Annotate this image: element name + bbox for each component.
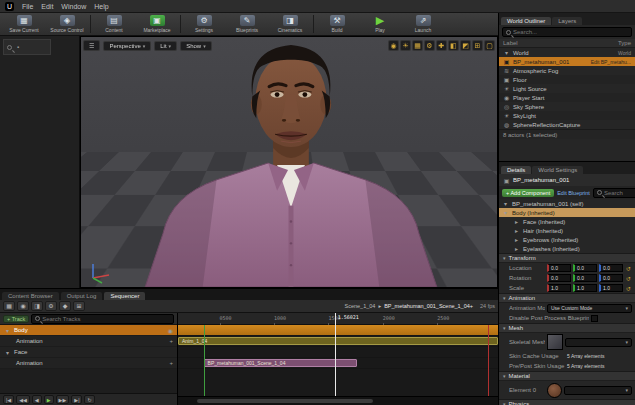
plus-icon[interactable]: + <box>169 338 173 344</box>
rotation-z-field[interactable]: 0.0 <box>599 274 623 282</box>
sun-icon[interactable]: ☀ <box>400 40 411 51</box>
outliner-row-sky-sphere[interactable]: ◎Sky Sphere <box>499 102 635 111</box>
maximize-icon[interactable]: ▢ <box>484 40 495 51</box>
reset-icon[interactable]: ↺ <box>625 275 632 282</box>
edit-blueprint-button[interactable]: Edit Blueprint <box>557 190 590 196</box>
location-y-field[interactable]: 0.0 <box>573 264 597 272</box>
modes-mini-panel[interactable]: ▪ <box>3 39 51 55</box>
gear-icon[interactable]: ⚙ <box>424 40 435 51</box>
render-movie-icon[interactable]: ◨ <box>31 301 43 311</box>
keyframe-icon[interactable]: ◆ <box>59 301 71 311</box>
outliner-row-skylight[interactable]: ☀SkyLight <box>499 111 635 120</box>
timeline-row-face[interactable] <box>178 347 498 358</box>
menu-help[interactable]: Help <box>94 3 108 10</box>
material-dropdown[interactable]: ▾ <box>564 386 632 395</box>
rotate-snap-icon[interactable]: ◧ <box>448 40 459 51</box>
post-process-checkbox[interactable] <box>591 315 598 322</box>
outliner-row-player-start[interactable]: ◉Player Start <box>499 93 635 102</box>
grid-icon[interactable]: ▦ <box>412 40 423 51</box>
tab-output-log[interactable]: Output Log <box>61 292 103 300</box>
translate-snap-icon[interactable]: ✚ <box>436 40 447 51</box>
material-thumbnail[interactable] <box>547 383 562 398</box>
section-mesh[interactable]: ▾Mesh <box>499 323 635 333</box>
track-row-face-animation[interactable]: Animation+ <box>0 358 177 369</box>
outliner-search-input[interactable] <box>513 29 628 35</box>
details-search-input[interactable] <box>604 190 635 196</box>
camera-icon[interactable]: ◉ <box>17 301 29 311</box>
content-button[interactable]: ▤Content <box>94 14 134 35</box>
section-transform[interactable]: ▾Transform <box>499 253 635 263</box>
outliner-row-atmospheric-fog[interactable]: ≋Atmospheric Fog <box>499 66 635 75</box>
go-to-end-button[interactable]: ▶| <box>71 395 82 404</box>
rotation-x-field[interactable]: 0.0 <box>547 274 571 282</box>
outliner-row-light-source[interactable]: ☀Light Source <box>499 84 635 93</box>
component-row-self[interactable]: ▾BP_metahuman_001 (self) <box>499 199 635 208</box>
loop-button[interactable]: ↻ <box>84 395 94 404</box>
marketplace-button[interactable]: ▣Marketplace <box>137 14 177 35</box>
scrollbar-thumb[interactable] <box>197 399 373 403</box>
outliner-row-floor[interactable]: ▣Floor <box>499 75 635 84</box>
outliner-row-world[interactable]: ▾WorldWorld <box>499 48 635 57</box>
add-track-button[interactable]: + Track <box>3 315 29 323</box>
track-search-input[interactable] <box>42 316 170 322</box>
menu-window[interactable]: Window <box>61 3 86 10</box>
viewport-options-button[interactable]: ☰ <box>83 40 100 51</box>
component-row-hair[interactable]: ▸Hair (Inherited) <box>499 226 635 235</box>
go-to-start-button[interactable]: |◀ <box>3 395 14 404</box>
component-row-body[interactable]: ▾Body (Inherited) <box>499 208 635 217</box>
outliner-row-bp-metahuman[interactable]: ▣BP_metahuman_001Edit BP_metahu... <box>499 57 635 66</box>
body-animation-clip[interactable]: Anim_1_04 <box>178 337 498 345</box>
frame-rate-display[interactable]: 24 fps <box>480 303 495 309</box>
skeletal-mesh-thumbnail[interactable] <box>547 334 563 350</box>
track-row-body-animation[interactable]: Animation+ <box>0 336 177 347</box>
play-button[interactable]: ▶Play <box>360 14 400 35</box>
build-button[interactable]: ⚒Build <box>317 14 357 35</box>
tab-world-outliner[interactable]: World Outliner <box>501 17 551 25</box>
menu-edit[interactable]: Edit <box>41 3 53 10</box>
location-z-field[interactable]: 0.0 <box>599 264 623 272</box>
outliner-column-headers[interactable]: Label Type <box>499 39 635 48</box>
timeline-row-body-animation[interactable]: Anim_1_04 <box>178 336 498 347</box>
tab-sequencer[interactable]: Sequencer <box>104 292 145 300</box>
save-icon[interactable]: ▦ <box>3 301 15 311</box>
add-component-button[interactable]: + Add Component <box>502 189 554 197</box>
next-frame-button[interactable]: ▶▶ <box>56 395 70 404</box>
section-material[interactable]: ▾Material <box>499 371 635 381</box>
settings-button[interactable]: ⚙Settings <box>184 14 224 35</box>
tab-content-browser[interactable]: Content Browser <box>2 292 59 300</box>
animation-mode-dropdown[interactable]: Use Custom Mode▾ <box>547 304 632 313</box>
track-row-face[interactable]: ▾Face <box>0 347 177 358</box>
menu-file[interactable]: File <box>22 3 33 10</box>
launch-button[interactable]: ⇗Launch <box>403 14 443 35</box>
skeletal-mesh-dropdown[interactable]: ▾ <box>565 338 632 347</box>
plus-icon[interactable]: + <box>169 360 173 366</box>
lit-mode-button[interactable]: Lit▾ <box>154 41 177 51</box>
play-reverse-button[interactable]: ◀ <box>32 395 42 404</box>
component-row-eyelashes[interactable]: ▸Eyelashes (Inherited) <box>499 244 635 253</box>
timeline-row-face-animation[interactable]: BP_metahuman_001_Scene_1_04 <box>178 358 498 369</box>
camera-speed-icon[interactable]: ◉ <box>388 40 399 51</box>
scale-y-field[interactable]: 1.0 <box>573 284 597 292</box>
reset-icon[interactable]: ↺ <box>625 265 632 272</box>
breadcrumb-root[interactable]: Scene_1_04 <box>345 303 376 309</box>
perspective-button[interactable]: Perspective▾ <box>103 41 151 51</box>
source-control-button[interactable]: ◈Source Control <box>47 14 87 35</box>
blueprints-button[interactable]: ✎Blueprints <box>227 14 267 35</box>
tab-details[interactable]: Details <box>501 166 531 174</box>
play-forward-button[interactable]: ▶ <box>44 395 54 404</box>
timeline-row-body-selected[interactable] <box>178 325 498 336</box>
tab-layers[interactable]: Layers <box>552 17 582 25</box>
timeline-scrollbar[interactable] <box>178 396 498 405</box>
save-current-button[interactable]: ▦Save Current <box>4 14 44 35</box>
section-physics[interactable]: ▾Physics <box>499 399 635 405</box>
sequencer-timeline[interactable]: 0500 1000 1500 2000 2500 Anim_1_04 BP_me… <box>178 313 498 405</box>
section-animation[interactable]: ▾Animation <box>499 293 635 303</box>
track-row-body[interactable]: ▾Body◉ <box>0 325 177 336</box>
outliner-row-sphere-reflection[interactable]: ◍SphereReflectionCapture <box>499 120 635 129</box>
location-x-field[interactable]: 0.0 <box>547 264 571 272</box>
cinematics-button[interactable]: ◨Cinematics <box>270 14 310 35</box>
component-row-face[interactable]: ▸Face (Inherited) <box>499 217 635 226</box>
gear-icon[interactable]: ⚙ <box>45 301 57 311</box>
component-row-eyebrows[interactable]: ▸Eyebrows (Inherited) <box>499 235 635 244</box>
playback-range-start-marker[interactable] <box>204 325 205 396</box>
